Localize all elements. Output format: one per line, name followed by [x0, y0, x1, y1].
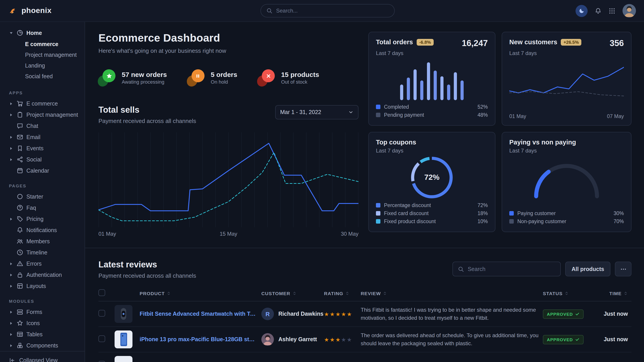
star-icon: ★ [347, 337, 352, 343]
sidebar-item-chat[interactable]: Chat [0, 120, 84, 131]
legend-swatch [509, 219, 514, 224]
card-period: Last 7 days [509, 148, 624, 154]
sidebar-item-faq[interactable]: Faq [0, 202, 84, 213]
global-search[interactable] [260, 4, 395, 17]
product-thumbnail[interactable] [114, 331, 132, 348]
legend-swatch [376, 203, 380, 208]
stat-value: 15 products [281, 70, 319, 78]
customer-avatar[interactable]: R [261, 308, 274, 320]
grid-icon [609, 7, 615, 14]
column-header-review[interactable]: REVIEW [361, 285, 543, 301]
bell-icon [16, 227, 23, 233]
sidebar-item-project-management-dashboard[interactable]: Project management [0, 50, 84, 60]
page-subtitle: Here's what's going on at your business … [98, 47, 358, 54]
column-header-time[interactable]: TIME [596, 285, 632, 301]
review-time: Just now [596, 336, 628, 343]
stat-caption: On hold [211, 79, 237, 84]
main-content: Ecommerce Dashboard Here's what's going … [85, 22, 644, 362]
sidebar-item-authentication[interactable]: Authentication [0, 269, 84, 280]
card-title: Total orders [376, 38, 413, 46]
tag-icon [16, 216, 23, 222]
reviews-search-input[interactable] [468, 266, 556, 272]
sidebar-item-calendar[interactable]: Calendar [0, 165, 84, 176]
top-coupons-card: Top coupons Last 7 days 72% Percentage d… [368, 132, 496, 232]
top-navbar: phoenix [0, 0, 644, 22]
status-badge: APPROVED [543, 309, 584, 319]
customer-avatar[interactable] [261, 333, 274, 346]
star-icon: ★ [347, 311, 352, 317]
sidebar-item-landing[interactable]: Landing [0, 60, 84, 71]
sidebar-item-icons[interactable]: Icons [0, 318, 84, 329]
sort-icon [345, 291, 350, 295]
total-orders-bar-chart [398, 59, 466, 100]
product-link[interactable]: Fitbit Sense Advanced Smartwatch with To… [140, 311, 258, 317]
star-icon: ★ [341, 311, 346, 317]
caret-right-icon [10, 333, 12, 336]
clipboard-icon [16, 111, 23, 118]
sidebar-item-notifications[interactable]: Notifications [0, 225, 84, 236]
sidebar-item-pricing[interactable]: Pricing [0, 213, 84, 225]
sidebar-item-starter[interactable]: Starter [0, 191, 84, 202]
row-checkbox[interactable] [98, 361, 105, 362]
reviews-search[interactable] [452, 262, 561, 276]
share-icon [16, 156, 23, 163]
sidebar-item-timeline[interactable]: Timeline [0, 247, 84, 258]
sidebar-item-layouts[interactable]: Layouts [0, 280, 84, 292]
column-header-status[interactable]: STATUS [543, 285, 596, 301]
paying-gauge-chart [532, 163, 602, 200]
moon-icon [578, 7, 585, 14]
select-all-checkbox[interactable] [98, 289, 105, 296]
user-avatar[interactable] [622, 4, 636, 17]
search-icon [458, 266, 464, 272]
total-orders-card: Total orders -6.8% 16,247 Last 7 days Co… [368, 32, 496, 126]
row-checkbox[interactable] [98, 310, 105, 317]
sidebar-item-errors[interactable]: Errors [0, 258, 84, 269]
column-header-customer[interactable]: CUSTOMER [261, 285, 324, 301]
app-window: phoenix Home E commerce Proje [0, 0, 644, 362]
sidebar-item-email[interactable]: Email [0, 131, 84, 143]
sidebar-item-events[interactable]: Events [0, 143, 84, 154]
sidebar-item-forms[interactable]: Forms [0, 306, 84, 318]
sidebar-item-tables[interactable]: Tables [0, 329, 84, 340]
review-time: Just now [596, 311, 628, 317]
product-thumbnail[interactable] [114, 356, 132, 362]
theme-toggle-button[interactable] [576, 5, 588, 17]
screen: phoenix Home E commerce Proje [0, 0, 644, 362]
column-header-product[interactable]: PRODUCT [140, 285, 261, 301]
sidebar-item-social[interactable]: Social [0, 154, 84, 165]
product-thumbnail[interactable] [114, 305, 132, 323]
sidebar-item-social-feed[interactable]: Social feed [0, 71, 84, 82]
stat-caption: Awating processing [122, 79, 167, 84]
trend-badge: +26.5% [561, 39, 581, 46]
row-checkbox[interactable] [98, 335, 105, 342]
sidebar-item-members[interactable]: Members [0, 236, 84, 247]
caret-right-icon [10, 274, 12, 276]
legend-item: Fixed card discount 18% [376, 209, 488, 217]
all-products-filter-button[interactable]: All products [565, 262, 610, 276]
review-text: This Fitbit is fantastic! I was trying t… [361, 306, 539, 322]
sidebar-item-e-commerce-dashboard[interactable]: E commerce [0, 39, 84, 50]
search-input[interactable] [276, 7, 389, 14]
trend-badge: -6.8% [416, 39, 434, 46]
brand[interactable]: phoenix [8, 6, 80, 16]
product-link[interactable]: iPhone 13 pro max-Pacific Blue-128GB sto… [140, 336, 258, 343]
stats-row: 57 new orders Awating processing 5 order… [98, 69, 358, 85]
app-launcher-button[interactable] [609, 7, 615, 14]
star-icon: ★ [324, 337, 330, 343]
sort-icon [292, 291, 296, 295]
column-header-rating[interactable]: RATING [324, 285, 361, 301]
sidebar-item-components[interactable]: Components [0, 340, 84, 351]
sidebar-item-project-management-app[interactable]: Project management [0, 109, 84, 120]
date-range-select[interactable]: Mar 1 - 31, 2022 [275, 105, 358, 119]
collapsed-view-toggle[interactable]: Collapsed View [0, 351, 84, 362]
notifications-button[interactable] [595, 7, 602, 14]
home-icon [16, 29, 23, 36]
pause-icon [195, 73, 201, 79]
collapse-icon [9, 357, 15, 362]
stat-caption: Out of stock [281, 79, 319, 84]
sidebar-item-e-commerce-app[interactable]: E commerce [0, 98, 84, 109]
legend-item: Paying customer 30% [509, 209, 624, 217]
sidebar-item-home[interactable]: Home [0, 27, 84, 38]
cart-icon [16, 100, 23, 107]
more-options-button[interactable] [615, 262, 632, 276]
